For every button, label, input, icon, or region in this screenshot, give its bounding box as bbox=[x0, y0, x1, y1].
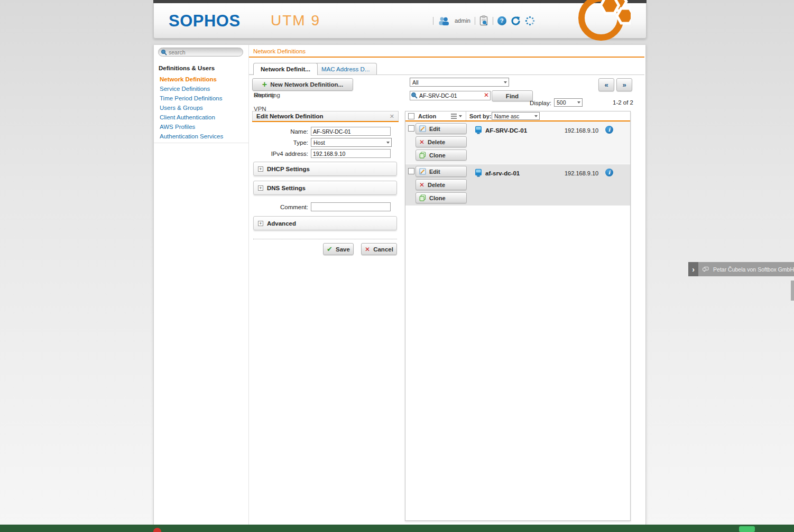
info-icon[interactable]: i bbox=[605, 169, 613, 176]
sidebar-item-users-groups[interactable]: Users & Groups bbox=[154, 103, 248, 113]
edit-network-definition-panel: Edit Network Definition ✕ Name: Type: Ho… bbox=[252, 111, 399, 262]
delete-button[interactable]: ✕ Delete bbox=[416, 136, 467, 147]
definitions-list-panel: Action Sort by: Name asc bbox=[405, 111, 631, 521]
plus-icon: + bbox=[262, 82, 267, 87]
edit-label: Edit bbox=[429, 169, 440, 175]
header-divider bbox=[466, 111, 466, 120]
x-icon: ✕ bbox=[365, 246, 370, 253]
sidebar-item-aws-profiles[interactable]: AWS Profiles bbox=[154, 122, 248, 132]
sidebar-item-network-definitions[interactable]: Network Definitions bbox=[154, 74, 248, 84]
edit-label: Edit bbox=[429, 126, 440, 132]
new-network-definition-button[interactable]: + New Network Definition... bbox=[252, 78, 353, 91]
tab-network-definitions[interactable]: Network Definit... bbox=[253, 63, 318, 75]
batch-menu-icon[interactable] bbox=[451, 114, 457, 119]
sophos-wordmark: SOPHOS bbox=[169, 12, 241, 31]
presenter-overlay: › Petar Čubela von Softbox GmbH bbox=[688, 262, 794, 276]
type-select[interactable]: Host bbox=[311, 138, 392, 147]
comment-field[interactable] bbox=[311, 202, 391, 211]
edit-panel-rule bbox=[252, 121, 399, 122]
clone-icon bbox=[419, 194, 426, 201]
cancel-label: Cancel bbox=[373, 246, 393, 253]
clone-button[interactable]: Clone bbox=[416, 192, 467, 203]
live-log-icon[interactable] bbox=[479, 15, 488, 26]
definition-name: af-srv-dc-01 bbox=[485, 170, 520, 176]
screen-share-icon bbox=[703, 266, 709, 273]
overlay-scrollbar-thumb[interactable] bbox=[791, 281, 794, 301]
tab-mac-address-definitions[interactable]: MAC Address D... bbox=[314, 63, 377, 74]
user-icon bbox=[438, 16, 450, 25]
panel-divider bbox=[253, 239, 397, 239]
tab-label: MAC Address D... bbox=[321, 66, 370, 72]
expand-icon: + bbox=[258, 221, 263, 226]
type-label: Type: bbox=[252, 139, 308, 146]
new-button-label: New Network Definition... bbox=[270, 81, 343, 88]
separator bbox=[433, 17, 433, 25]
find-button[interactable]: Find bbox=[492, 90, 533, 101]
sidebar-search[interactable] bbox=[158, 48, 243, 57]
x-icon: ✕ bbox=[419, 181, 424, 189]
row-checkbox[interactable] bbox=[408, 168, 414, 174]
name-field[interactable] bbox=[311, 127, 391, 136]
advanced-section[interactable]: + Advanced bbox=[253, 216, 397, 230]
table-row: Edit ✕ Delete Clone bbox=[405, 164, 630, 206]
row-checkbox[interactable] bbox=[408, 125, 414, 132]
edit-button[interactable]: Edit bbox=[416, 166, 467, 177]
pager-next-button[interactable]: » bbox=[616, 78, 632, 91]
expand-icon: + bbox=[258, 166, 263, 172]
sort-by-label: Sort by: bbox=[469, 113, 492, 119]
select-all-checkbox[interactable] bbox=[408, 113, 414, 119]
ipv4-field[interactable] bbox=[311, 149, 391, 158]
help-icon[interactable]: ? bbox=[497, 16, 506, 25]
section-label: DNS Settings bbox=[267, 185, 306, 191]
cancel-button[interactable]: ✕ Cancel bbox=[361, 243, 397, 255]
search-input[interactable] bbox=[169, 49, 235, 55]
chevron-down-icon bbox=[534, 115, 538, 117]
sophos-ball-logo bbox=[571, 0, 631, 50]
sidebar-item-time-period-definitions[interactable]: Time Period Definitions bbox=[154, 94, 248, 103]
clone-button[interactable]: Clone bbox=[416, 150, 467, 161]
sidebar-item-service-definitions[interactable]: Service Definitions bbox=[154, 84, 248, 94]
breadcrumb-rule bbox=[249, 57, 644, 58]
x-icon: ✕ bbox=[419, 138, 424, 146]
close-icon[interactable]: ✕ bbox=[390, 113, 394, 120]
filter-type-select[interactable]: All bbox=[410, 78, 509, 87]
clear-search-icon[interactable]: ✕ bbox=[484, 91, 489, 99]
clone-icon bbox=[419, 152, 426, 158]
info-icon[interactable]: i bbox=[605, 126, 613, 134]
delete-label: Delete bbox=[428, 139, 445, 145]
filter-type-value: All bbox=[412, 79, 419, 86]
definition-ip: 192.168.9.10 bbox=[565, 170, 598, 176]
sidebar-item-definitions-users[interactable]: Definitions & Users bbox=[154, 61, 248, 74]
sidebar-nav: Dashboard Management Definitions & Users… bbox=[154, 61, 248, 143]
chevron-right-icon: › bbox=[692, 265, 695, 274]
tab-label: Network Definit... bbox=[261, 66, 310, 72]
save-button[interactable]: ✔ Save bbox=[323, 243, 354, 255]
display-count-select[interactable]: 500 bbox=[554, 98, 583, 107]
find-input[interactable] bbox=[410, 91, 491, 100]
header-toolbar: admin ? bbox=[433, 3, 535, 38]
sidebar-item-client-authentication[interactable]: Client Authentication bbox=[154, 113, 248, 122]
presenter-bar: Petar Čubela von Softbox GmbH bbox=[698, 262, 794, 276]
chevron-down-icon[interactable] bbox=[459, 115, 462, 117]
edit-button[interactable]: Edit bbox=[416, 123, 467, 134]
chevron-down-icon bbox=[504, 81, 507, 83]
page: SOPHOS UTM 9 admin ? bbox=[0, 0, 794, 532]
dhcp-settings-section[interactable]: + DHCP Settings bbox=[253, 162, 397, 176]
presenter-expand-button[interactable]: › bbox=[688, 262, 698, 276]
search-icon bbox=[161, 49, 167, 55]
delete-button[interactable]: ✕ Delete bbox=[416, 179, 467, 190]
expand-icon: + bbox=[258, 185, 263, 191]
refresh-icon[interactable] bbox=[511, 16, 521, 26]
dns-settings-section[interactable]: + DNS Settings bbox=[253, 181, 397, 195]
edit-icon bbox=[419, 168, 426, 175]
ipv4-label: IPv4 address: bbox=[252, 151, 308, 157]
result-range: 1-2 of 2 bbox=[595, 99, 633, 106]
save-label: Save bbox=[336, 246, 350, 253]
find-field: ✕ bbox=[410, 91, 491, 100]
edit-icon bbox=[419, 125, 426, 132]
separator bbox=[475, 17, 475, 25]
pager-prev-button[interactable]: « bbox=[598, 78, 614, 91]
chevron-down-icon bbox=[577, 101, 580, 104]
sidebar-item-authentication-services[interactable]: Authentication Services bbox=[154, 132, 248, 143]
sort-select[interactable]: Name asc bbox=[492, 112, 540, 120]
